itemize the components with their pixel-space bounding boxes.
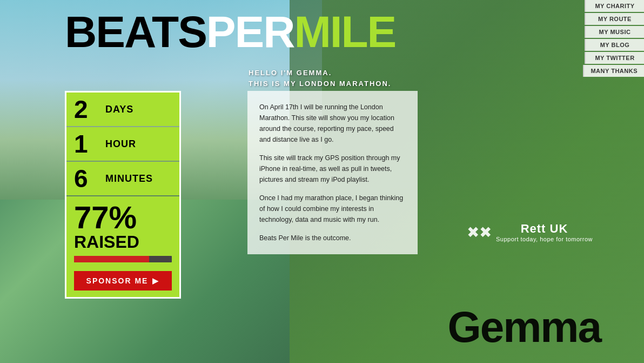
nav-item-thanks[interactable]: MANY THANKS [583, 65, 644, 77]
tagline-line1: HELLO I'M GEMMA. [249, 68, 391, 78]
hours-row: 1 HOUR [66, 127, 179, 161]
info-box: On April 17th I will be running the Lond… [247, 91, 418, 254]
charity-tagline: Support today, hope for tomorrow [496, 236, 593, 242]
raised-label: RAISED [74, 233, 172, 250]
nav-item-route[interactable]: MY ROUTE [585, 13, 644, 25]
progress-bar-fill [74, 256, 149, 262]
progress-bar-background [74, 256, 172, 262]
nav-item-blog[interactable]: MY BLOG [585, 39, 644, 51]
sponsor-button-label: SPONSOR ME [86, 276, 149, 285]
hours-label: HOUR [105, 138, 136, 150]
progress-bar-container [66, 254, 179, 267]
runner-name: Gemma [448, 302, 601, 352]
countdown-card: 2 DAYS 1 HOUR 6 MINUTES 77% RAISED SPONS… [65, 91, 181, 299]
info-paragraph-3: Once I had my marathon place, I began th… [259, 193, 406, 225]
nav-item-charity[interactable]: MY CHARITY [585, 0, 644, 12]
logo-per: PER [206, 7, 294, 56]
minutes-value: 6 [74, 166, 101, 191]
days-row: 2 DAYS [66, 93, 179, 126]
navigation: MY CHARITY MY ROUTE MY MUSIC MY BLOG MY … [583, 0, 644, 78]
logo-beats: BEATS [65, 7, 206, 56]
nav-item-music[interactable]: MY MUSIC [585, 26, 644, 38]
nav-item-twitter[interactable]: MY TWITTER [585, 52, 644, 64]
info-paragraph-1: On April 17th I will be running the Lond… [259, 102, 406, 145]
minutes-label: MINUTES [105, 173, 153, 184]
arrow-right-icon: ▶ [152, 276, 159, 285]
tagline: HELLO I'M GEMMA. THIS IS MY LONDON MARAT… [249, 68, 391, 89]
days-label: DAYS [105, 104, 133, 115]
tagline-line2: THIS IS MY LONDON MARATHON. [249, 78, 391, 89]
charity-badge: ✖✖ Rett UK Support today, hope for tomor… [467, 222, 593, 242]
minutes-row: 6 MINUTES [66, 162, 179, 195]
sponsor-button[interactable]: SPONSOR ME ▶ [74, 271, 172, 291]
info-paragraph-2: This site will track my GPS position thr… [259, 153, 406, 185]
days-value: 2 [74, 97, 101, 122]
site-logo: BEATSPERMILE [65, 10, 395, 54]
charity-name: Rett UK [496, 222, 593, 236]
hours-value: 1 [74, 131, 101, 156]
info-paragraph-4: Beats Per Mile is the outcome. [259, 233, 406, 243]
rett-uk-icon: ✖✖ [467, 223, 492, 241]
raised-percent: 77% [74, 200, 137, 235]
raised-section: 77% RAISED [66, 196, 179, 254]
sponsor-button-wrapper: SPONSOR ME ▶ [66, 267, 179, 297]
logo-mile: MILE [294, 7, 395, 56]
